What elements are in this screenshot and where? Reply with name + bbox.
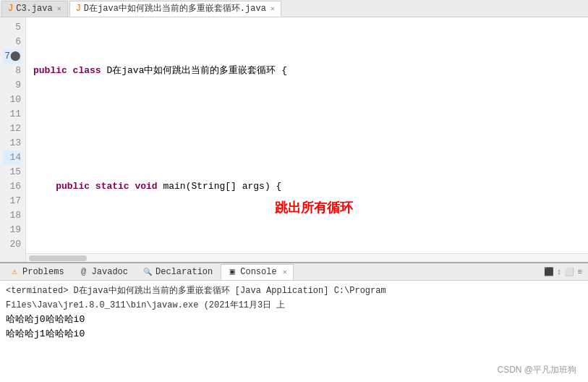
java-icon-c3: J	[8, 4, 13, 14]
declaration-icon: 🔍	[142, 267, 153, 277]
problems-icon: ⚠	[9, 267, 20, 277]
line-numbers: 5 6 7⬤ 8 9 10 11 12 13 14 15 16 17 18 19…	[0, 17, 26, 262]
tab-c3[interactable]: J C3.java ✕	[1, 1, 68, 17]
console-icon: ▣	[227, 267, 237, 277]
bottom-tab-bar: ⚠ Problems @ Javadoc 🔍 Declaration ▣ Con…	[0, 263, 588, 281]
toolbar-icon-1[interactable]: ⬛	[544, 267, 554, 276]
editor-area: 5 6 7⬤ 8 9 10 11 12 13 14 15 16 17 18 19…	[0, 17, 588, 263]
tab-declaration-label: Declaration	[155, 267, 213, 277]
tab-javadoc[interactable]: @ Javadoc	[72, 264, 135, 280]
tab-bar: J C3.java ✕ J D在java中如何跳出当前的多重嵌套循环.java …	[0, 0, 588, 17]
javadoc-icon: @	[79, 267, 89, 277]
code-line-5: public class D在java中如何跳出当前的多重嵌套循环 {	[33, 64, 588, 78]
editor-scrollbar-horizontal[interactable]	[26, 253, 588, 262]
tab-c3-label: C3.java	[16, 4, 52, 14]
toolbar-icon-3[interactable]: ⬜	[564, 267, 574, 276]
console-line-2: 哈哈哈j1哈哈哈i0	[6, 327, 582, 341]
watermark: CSDN @平凡加班狗	[497, 364, 576, 376]
tab-c3-close[interactable]: ✕	[57, 4, 61, 13]
code-line-6	[33, 122, 588, 136]
tab-main-close[interactable]: ✕	[270, 4, 275, 13]
code-content[interactable]: public class D在java中如何跳出当前的多重嵌套循环 { publ…	[26, 17, 588, 262]
tab-problems-label: Problems	[22, 267, 64, 277]
console-header: <terminated> D在java中如何跳出当前的多重嵌套循环 [Java …	[6, 284, 582, 313]
bottom-panel: ⚠ Problems @ Javadoc 🔍 Declaration ▣ Con…	[0, 263, 588, 382]
tab-declaration[interactable]: 🔍 Declaration	[136, 264, 219, 280]
toolbar-icon-2[interactable]: ↕	[557, 268, 562, 276]
code-line-8	[33, 237, 588, 252]
tab-main[interactable]: J D在java中如何跳出当前的多重嵌套循环.java ✕	[69, 1, 281, 17]
kw-public: public	[33, 64, 73, 78]
tab-console[interactable]: ▣ Console ✕	[221, 264, 293, 280]
console-line-1: 哈哈哈j0哈哈哈i0	[6, 313, 582, 327]
java-icon-main: J	[76, 4, 81, 14]
tab-javadoc-label: Javadoc	[92, 267, 128, 277]
tab-console-label: Console	[240, 267, 276, 277]
tab-console-close[interactable]: ✕	[283, 268, 287, 276]
tab-problems[interactable]: ⚠ Problems	[3, 264, 71, 280]
toolbar-icon-4[interactable]: ≡	[577, 268, 582, 276]
tab-main-label: D在java中如何跳出当前的多重嵌套循环.java	[84, 2, 266, 14]
code-line-7: public static void main(String[] args) {	[33, 179, 588, 194]
bottom-toolbar-right: ⬛ ↕ ⬜ ≡	[544, 267, 582, 276]
scrollbar-thumb[interactable]	[29, 255, 87, 261]
